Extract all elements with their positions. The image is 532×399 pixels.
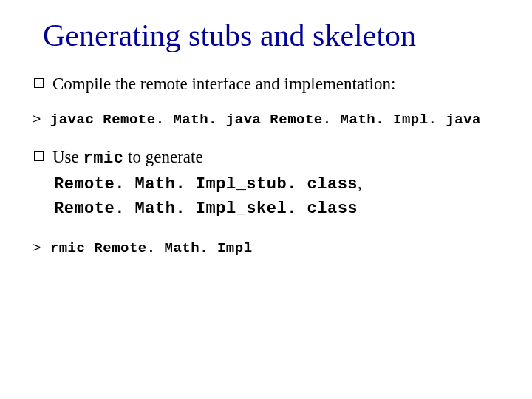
bullet-item-compile: Compile the remote interface and impleme… <box>33 72 491 95</box>
command-rmic: > rmic Remote. Math. Impl <box>33 240 491 256</box>
text-fragment: Use <box>52 148 83 166</box>
prompt-symbol: > <box>33 240 50 256</box>
square-bullet-icon <box>34 78 44 88</box>
bullet-text: Compile the remote interface and impleme… <box>52 72 491 95</box>
command-javac: > javac Remote. Math. java Remote. Math.… <box>33 112 491 128</box>
prompt-symbol: > <box>33 112 50 128</box>
bullet-item-rmic: Use rmic to generate <box>33 146 491 170</box>
text-fragment: to generate <box>123 148 202 166</box>
text-fragment: , <box>358 174 362 192</box>
bullet-text: Use rmic to generate <box>52 146 491 170</box>
code-inline-stub-class: Remote. Math. Impl_stub. class <box>54 175 358 194</box>
command-text: javac Remote. Math. java Remote. Math. I… <box>50 112 481 128</box>
command-text: rmic Remote. Math. Impl <box>50 240 253 256</box>
bullet-continued: Remote. Math. Impl_stub. class, Remote. … <box>54 171 491 219</box>
square-bullet-icon <box>34 151 44 161</box>
slide: Generating stubs and skeleton Compile th… <box>0 0 532 399</box>
slide-title: Generating stubs and skeleton <box>43 18 491 53</box>
code-inline-skel-class: Remote. Math. Impl_skel. class <box>54 200 358 218</box>
code-inline-rmic: rmic <box>83 149 124 168</box>
